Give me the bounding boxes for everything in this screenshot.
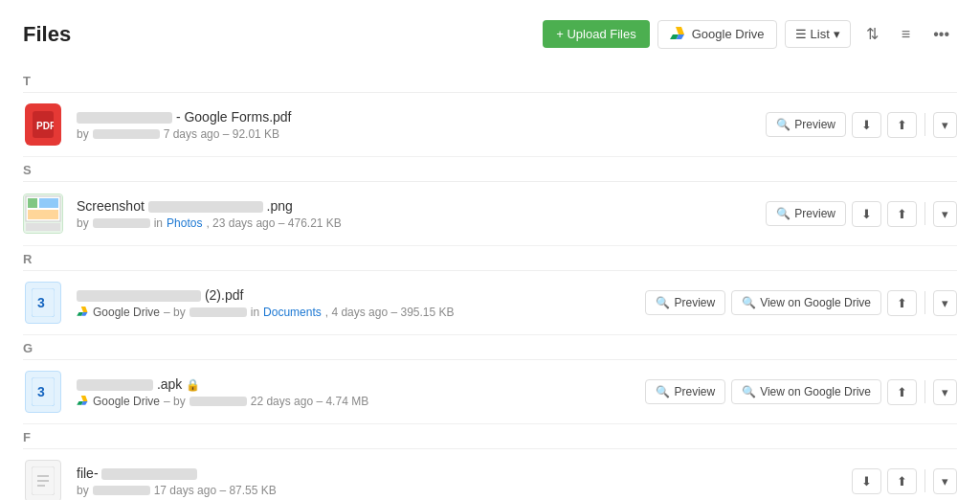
file-actions: ⬇ ⬆ ▾ [852, 468, 957, 494]
gdrive-icon [670, 27, 687, 42]
table-row: Screenshot .png by in Photos , 23 days a… [23, 182, 957, 246]
gdrive-badge: Google Drive [77, 306, 160, 319]
file-meta: Google Drive – by 22 days ago – 4.74 MB [77, 395, 632, 408]
chevron-down-icon: ▾ [942, 118, 948, 132]
upload-cloud-icon: ⬆ [897, 118, 907, 132]
svg-rect-8 [39, 198, 58, 208]
file-name: Screenshot .png [77, 198, 752, 214]
upload-button[interactable]: ⬆ [887, 379, 917, 405]
upload-cloud-icon: ⬆ [897, 296, 907, 310]
download-cloud-icon: ⬇ [861, 474, 872, 489]
folder-link[interactable]: Photos [167, 216, 202, 230]
file-name: .apk 🔒 [77, 376, 632, 392]
gdrive-badge: Google Drive [77, 395, 160, 408]
download-button[interactable]: ⬇ [852, 201, 881, 227]
search-icon: 🔍 [656, 296, 670, 309]
google-drive-button[interactable]: Google Drive [657, 20, 777, 49]
files-page: Files + Upload Files Google Drive ☰ List… [0, 0, 980, 500]
gdrive-small-icon [77, 396, 90, 407]
list-view-button[interactable]: ☰ List ▾ [785, 20, 851, 48]
svg-marker-15 [81, 307, 88, 312]
svg-text:3: 3 [37, 295, 45, 310]
upload-button[interactable]: ⬆ [887, 468, 917, 494]
separator [924, 469, 925, 492]
gdrive-small-icon [77, 307, 90, 318]
lock-icon: 🔒 [186, 378, 200, 392]
table-row: 3 (2).pdf Google Drive [23, 271, 957, 335]
file-meta: Google Drive – by in Documents , 4 days … [77, 306, 632, 319]
chevron-down-icon: ▾ [942, 296, 948, 310]
more-button[interactable]: ▾ [933, 112, 957, 138]
separator [924, 380, 925, 403]
more-button[interactable]: ▾ [933, 379, 957, 405]
file-info: .apk 🔒 Google Drive – by 22 days a [77, 376, 632, 408]
sort-icon[interactable]: ⇅ [858, 19, 886, 49]
section-g: G [23, 335, 957, 360]
view-gdrive-button[interactable]: 🔍 View on Google Drive [731, 290, 881, 315]
chevron-down-icon: ▾ [942, 385, 948, 399]
more-button[interactable]: ▾ [933, 468, 957, 494]
page-title: Files [23, 22, 71, 47]
upload-button[interactable]: ⬆ [887, 201, 917, 227]
svg-marker-2 [676, 27, 684, 34]
search-icon: 🔍 [742, 296, 756, 309]
svg-rect-7 [28, 198, 37, 208]
file-sections: T PDF - Google Forms.pdf by 7 [23, 68, 957, 500]
more-button[interactable]: ▾ [933, 201, 957, 227]
file-icon-doc: 3 [23, 372, 63, 412]
chevron-down-icon: ▾ [942, 474, 948, 489]
download-cloud-icon: ⬇ [861, 207, 872, 221]
svg-text:PDF: PDF [36, 121, 54, 131]
separator [924, 113, 925, 136]
filter-icon[interactable]: ≡ [894, 20, 918, 49]
file-icon-pdf: PDF [23, 104, 63, 145]
download-button[interactable]: ⬇ [852, 112, 881, 138]
svg-marker-20 [81, 396, 88, 401]
search-icon: 🔍 [742, 385, 756, 398]
view-gdrive-button[interactable]: 🔍 View on Google Drive [731, 379, 881, 404]
more-button[interactable]: ▾ [933, 290, 957, 316]
more-options-icon[interactable]: ••• [925, 20, 957, 49]
section-f: F [23, 424, 957, 449]
file-info: file- by 17 days ago – 87.55 KB [77, 466, 838, 497]
upload-button[interactable]: ⬆ [887, 112, 917, 138]
table-row: file- by 17 days ago – 87.55 KB ⬇ ⬆ [23, 449, 957, 500]
preview-button[interactable]: 🔍 Preview [766, 201, 846, 226]
svg-text:3: 3 [37, 384, 45, 399]
preview-button[interactable]: 🔍 Preview [766, 112, 846, 137]
section-t: T [23, 68, 957, 93]
file-icon-generic [23, 461, 63, 500]
file-info: Screenshot .png by in Photos , 23 days a… [77, 198, 752, 230]
page-header: Files + Upload Files Google Drive ☰ List… [23, 19, 957, 49]
download-cloud-icon: ⬇ [861, 118, 872, 132]
separator [924, 202, 925, 225]
header-actions: + Upload Files Google Drive ☰ List ▾ ⇅ ≡… [543, 19, 957, 49]
search-icon: 🔍 [776, 207, 791, 220]
chevron-down-icon: ▾ [834, 27, 840, 41]
preview-button[interactable]: 🔍 Preview [645, 290, 725, 315]
file-actions: 🔍 Preview ⬇ ⬆ ▾ [766, 201, 957, 227]
file-name: - Google Forms.pdf [77, 109, 752, 125]
file-actions: 🔍 Preview 🔍 View on Google Drive ⬆ ▾ [645, 290, 957, 316]
blurred-name [77, 112, 172, 124]
section-s: S [23, 157, 957, 182]
list-icon: ☰ [795, 27, 807, 41]
svg-rect-10 [26, 223, 60, 231]
upload-button[interactable]: ⬆ [887, 290, 917, 316]
file-icon-png [23, 193, 63, 234]
search-icon: 🔍 [656, 385, 670, 398]
upload-cloud-icon: ⬆ [897, 207, 907, 221]
file-icon-doc: 3 [23, 283, 63, 323]
section-r: R [23, 246, 957, 271]
upload-cloud-icon: ⬆ [897, 385, 907, 399]
table-row: 3 .apk 🔒 Goo [23, 360, 957, 424]
file-actions: 🔍 Preview 🔍 View on Google Drive ⬆ ▾ [645, 379, 957, 405]
file-name: file- [77, 466, 838, 481]
separator [924, 291, 925, 314]
upload-cloud-icon: ⬆ [897, 474, 907, 489]
upload-files-button[interactable]: + Upload Files [543, 20, 649, 48]
preview-button[interactable]: 🔍 Preview [645, 379, 725, 404]
folder-link[interactable]: Documents [263, 306, 322, 319]
table-row: PDF - Google Forms.pdf by 7 days ago – 9… [23, 93, 957, 157]
download-button[interactable]: ⬇ [852, 468, 881, 494]
